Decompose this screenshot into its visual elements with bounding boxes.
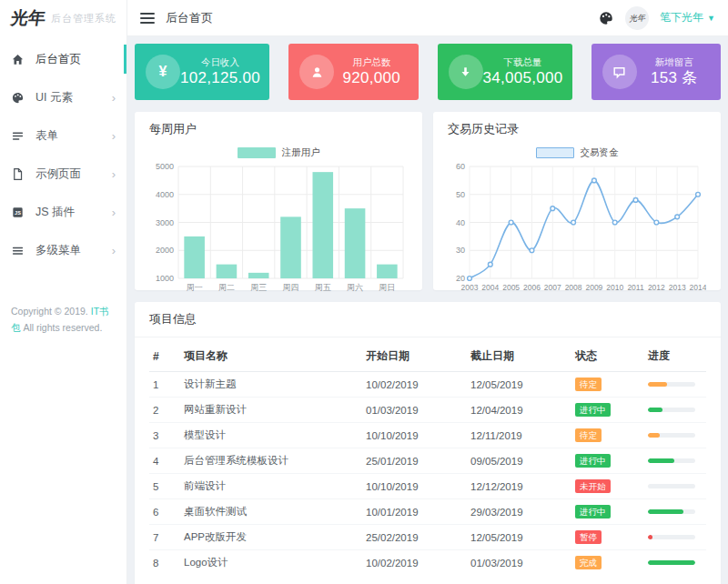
progress-bar [648, 509, 695, 514]
cell-status: 完成 [571, 550, 644, 576]
svg-text:2009: 2009 [585, 283, 602, 292]
table-header-4: 状态 [571, 341, 644, 372]
trade-history-panel: 交易历史记录 交易资金 2030405060200320042005200620… [433, 112, 721, 290]
brand-logo[interactable]: 光年 后台管理系统 [0, 0, 126, 36]
brand-logo-text: 光年 [9, 6, 47, 30]
chevron-down-icon: ▼ [707, 14, 715, 23]
project-info-panel: 项目信息 #项目名称开始日期截止日期状态进度 1设计新主题10/02/20191… [135, 302, 721, 584]
stat-label: 新增留言 [655, 56, 693, 68]
cell-status: 暂停 [571, 525, 644, 550]
bar-legend-label: 注册用户 [282, 146, 320, 159]
stat-card-2: 下载总量34,005,000 [438, 44, 572, 100]
table-row: 4后台管理系统模板设计25/01/201909/05/2019进行中 [149, 448, 706, 474]
brand-logo-subtitle: 后台管理系统 [51, 12, 116, 25]
copyright: Copyright © 2019. IT书包 All rights reserv… [0, 304, 126, 337]
stat-value: 34,005,000 [483, 68, 563, 87]
content: ¥今日收入102,125.00用户总数920,000下载总量34,005,000… [127, 36, 728, 584]
svg-text:周二: 周二 [218, 283, 235, 292]
svg-text:2004: 2004 [481, 283, 499, 292]
table-header-row: #项目名称开始日期截止日期状态进度 [149, 341, 706, 372]
progress-bar [648, 433, 695, 438]
sidebar-item-0[interactable]: 后台首页 [0, 40, 126, 78]
cell-start-date: 10/02/2019 [362, 550, 467, 576]
line-legend-label: 交易资金 [581, 146, 619, 159]
cell-name: 模型设计 [180, 423, 362, 448]
svg-text:周一: 周一 [187, 283, 203, 292]
cell-end-date: 12/04/2019 [467, 398, 571, 423]
sidebar-item-3[interactable]: 示例页面› [0, 155, 126, 193]
page-title: 后台首页 [166, 10, 213, 26]
sidebar-item-label: 后台首页 [35, 52, 81, 67]
stat-value: 102,125.00 [180, 68, 260, 87]
svg-text:2005: 2005 [502, 283, 520, 292]
sidebar-item-label: 表单 [35, 128, 58, 144]
sidebar-item-label: 示例页面 [35, 166, 81, 182]
svg-text:周六: 周六 [347, 283, 363, 292]
user-icon [299, 55, 334, 89]
svg-text:2003: 2003 [461, 283, 479, 292]
svg-text:60: 60 [456, 162, 465, 171]
stats-row: ¥今日收入102,125.00用户总数920,000下载总量34,005,000… [135, 44, 721, 100]
cell-start-date: 25/01/2019 [362, 448, 467, 474]
sidebar-item-2[interactable]: 表单› [0, 116, 126, 155]
sidebar-toggle-icon[interactable] [140, 13, 155, 24]
cell-progress [644, 423, 706, 448]
table-header-1: 项目名称 [180, 341, 362, 372]
sidebar-item-4[interactable]: JSJS 插件› [0, 193, 126, 231]
theme-palette-icon[interactable] [598, 10, 614, 26]
line-chart: 2030405060200320042005200620072008200920… [433, 161, 721, 297]
palette-icon [11, 91, 25, 105]
cell-name: 后台管理系统模板设计 [180, 448, 362, 474]
sidebar-item-5[interactable]: 多级菜单› [0, 231, 126, 269]
chevron-right-icon: › [112, 92, 116, 104]
sidebar-item-1[interactable]: UI 元素› [0, 78, 126, 116]
copyright-suffix: All rights reserved. [23, 322, 102, 333]
copyright-prefix: Copyright © 2019. [11, 306, 88, 317]
svg-text:2008: 2008 [565, 283, 582, 292]
cell-num: 3 [149, 423, 180, 448]
status-badge: 进行中 [575, 403, 611, 417]
avatar[interactable]: 光年 [624, 5, 650, 31]
table-header-0: # [149, 341, 180, 372]
svg-text:周三: 周三 [250, 283, 267, 292]
menu-icon [11, 244, 25, 257]
cell-end-date: 12/11/2019 [467, 423, 571, 448]
cell-status: 进行中 [571, 398, 644, 423]
cell-start-date: 10/01/2019 [362, 499, 467, 525]
status-badge: 暂停 [575, 530, 602, 544]
cell-end-date: 12/05/2019 [467, 372, 571, 398]
svg-text:2006: 2006 [523, 283, 541, 292]
cell-progress [644, 550, 706, 576]
table-row: 6桌面软件测试10/01/201929/03/2019进行中 [149, 499, 706, 525]
cell-status: 未开始 [571, 474, 644, 499]
table-row: 2网站重新设计01/03/201912/04/2019进行中 [149, 398, 706, 423]
stat-value: 153 条 [651, 68, 698, 87]
svg-text:1000: 1000 [156, 274, 174, 283]
cell-progress [644, 398, 706, 423]
sidebar-item-label: 多级菜单 [35, 243, 81, 258]
weekly-users-title: 每周用户 [135, 112, 422, 143]
progress-bar [648, 560, 695, 565]
bar-chart-svg: 10002000300040005000周一周二周三周四周五周六周日 [149, 161, 408, 294]
cell-start-date: 10/10/2019 [362, 474, 467, 499]
trade-history-title: 交易历史记录 [433, 112, 721, 143]
user-menu[interactable]: 笔下光年 ▼ [660, 10, 715, 25]
status-badge: 进行中 [575, 454, 611, 468]
svg-text:2012: 2012 [648, 283, 665, 292]
cell-name: 设计新主题 [180, 372, 362, 398]
stat-value: 920,000 [343, 68, 401, 87]
svg-text:周四: 周四 [283, 283, 299, 292]
stat-label: 用户总数 [352, 56, 390, 68]
cell-num: 8 [149, 550, 180, 576]
cell-end-date: 09/05/2019 [467, 448, 571, 474]
chevron-right-icon: › [112, 130, 116, 142]
project-table-wrap: #项目名称开始日期截止日期状态进度 1设计新主题10/02/201912/05/… [135, 337, 721, 584]
svg-text:50: 50 [456, 190, 465, 199]
weekly-users-panel: 每周用户 注册用户 10002000300040005000周一周二周三周四周五… [135, 112, 422, 290]
svg-text:3000: 3000 [156, 218, 174, 227]
message-icon [602, 55, 637, 89]
cell-progress [644, 499, 706, 525]
cell-progress [644, 525, 706, 550]
table-header-3: 截止日期 [467, 341, 571, 372]
chevron-right-icon: › [112, 168, 116, 180]
